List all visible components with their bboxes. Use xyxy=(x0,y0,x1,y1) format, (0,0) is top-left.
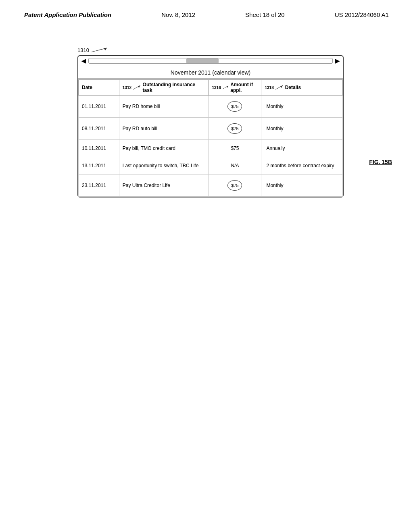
svg-marker-5 xyxy=(226,86,228,88)
cell-task-1: Pay RD auto bill xyxy=(119,118,209,140)
ref-1318-label: 1318 xyxy=(265,85,273,90)
cell-details-2: Annually xyxy=(261,140,343,157)
cell-date-3: 13.11.2011 xyxy=(79,157,119,175)
col-task-label: Outstanding insurance task xyxy=(143,82,205,93)
col-date: Date xyxy=(79,80,119,96)
header-sheet: Sheet 18 of 20 xyxy=(245,11,285,18)
cell-date-0: 01.11.2011 xyxy=(79,96,119,118)
table-wrapper: November 2011 (calendar view) Date 1312 xyxy=(78,66,343,197)
figure-container: 1310 ◀ ▶ November 2011 (calendar view) xyxy=(53,46,360,197)
cell-date-1: 08.11.2011 xyxy=(79,118,119,140)
header-date: Nov. 8, 2012 xyxy=(161,11,195,18)
page-header: Patent Application Publication Nov. 8, 2… xyxy=(0,0,413,22)
scrollbar-track[interactable] xyxy=(88,58,333,64)
figure-label: FIG. 15B xyxy=(369,159,392,165)
ref-1312-arrow xyxy=(133,85,141,90)
top-scrollbar[interactable]: ◀ ▶ xyxy=(78,56,343,66)
ref-1310-arrow xyxy=(92,46,108,54)
cell-details-1: Monthly xyxy=(261,118,343,140)
scrollbar-thumb xyxy=(186,58,219,63)
header-patent: US 2012/284060 A1 xyxy=(335,11,389,18)
col-amount: 1316 Amount if appl. xyxy=(209,80,261,96)
header-publication: Patent Application Publication xyxy=(24,11,111,18)
cell-task-4: Pay Ultra Creditor Life xyxy=(119,175,209,197)
ref-1312-label: 1312 xyxy=(123,85,131,90)
table-header-row: Date 1312 Outstanding insurance task xyxy=(79,80,343,96)
cell-date-4: 23.11.2011 xyxy=(79,175,119,197)
cell-task-3: Last opportunity to switch, TBC Life xyxy=(119,157,209,175)
col-details: 1318 Details xyxy=(261,80,343,96)
scroll-right-arrow[interactable]: ▶ xyxy=(335,58,340,64)
table-row: 13.11.2011Last opportunity to switch, TB… xyxy=(79,157,343,175)
cell-amount-4: $75 xyxy=(209,175,261,197)
data-table: Date 1312 Outstanding insurance task xyxy=(78,79,343,197)
table-row: 01.11.2011Pay RD home bill$75Monthly xyxy=(79,96,343,118)
svg-marker-1 xyxy=(104,48,107,50)
cell-details-0: Monthly xyxy=(261,96,343,118)
cell-amount-2: $75 xyxy=(209,140,261,157)
cell-task-0: Pay RD home bill xyxy=(119,96,209,118)
scroll-left-arrow[interactable]: ◀ xyxy=(81,58,86,64)
cell-task-2: Pay bill, TMO credit card xyxy=(119,140,209,157)
table-row: 23.11.2011Pay Ultra Creditor Life$75Mont… xyxy=(79,175,343,197)
cell-amount-1: $75 xyxy=(209,118,261,140)
cell-date-2: 10.11.2011 xyxy=(79,140,119,157)
cell-amount-0: $75 xyxy=(209,96,261,118)
svg-marker-7 xyxy=(280,85,283,88)
cell-details-4: Monthly xyxy=(261,175,343,197)
ref-1318-arrow xyxy=(275,85,284,90)
col-details-label: Details xyxy=(285,85,301,90)
table-row: 08.11.2011Pay RD auto bill$75Monthly xyxy=(79,118,343,140)
device-frame: ◀ ▶ November 2011 (calendar view) xyxy=(77,55,344,197)
table-row: 10.11.2011Pay bill, TMO credit card$75An… xyxy=(79,140,343,157)
col-amount-label: Amount if appl. xyxy=(230,82,258,93)
cell-amount-3: N/A xyxy=(209,157,261,175)
ref-1310-label: 1310 xyxy=(77,47,89,53)
table-title: November 2011 (calendar view) xyxy=(78,66,343,79)
cell-details-3: 2 months before contract expiry xyxy=(261,157,343,175)
col-task: 1312 Outstanding insurance task xyxy=(119,80,209,96)
ref-1316-arrow xyxy=(223,85,229,90)
svg-marker-3 xyxy=(138,85,140,88)
ref-1316-label: 1316 xyxy=(212,85,221,90)
main-content: 1310 ◀ ▶ November 2011 (calendar view) xyxy=(0,22,413,197)
